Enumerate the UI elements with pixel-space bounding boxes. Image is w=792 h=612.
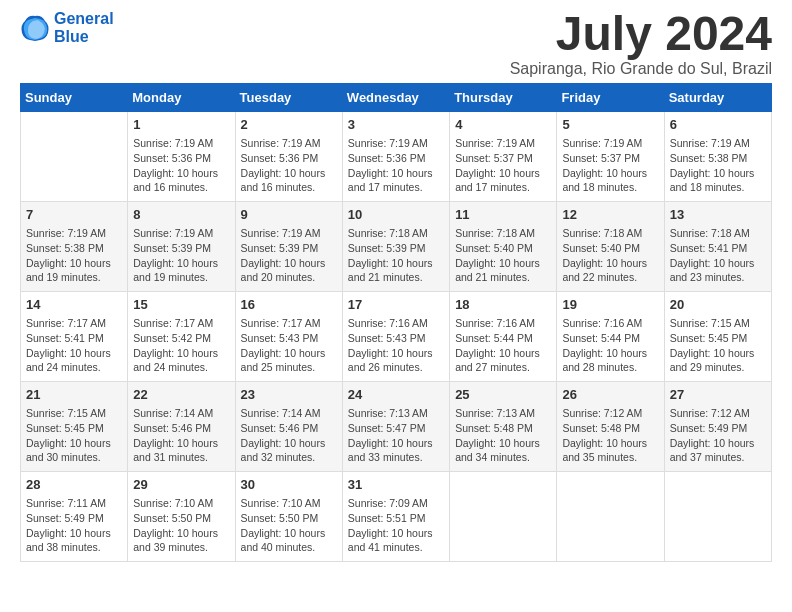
calendar-cell: 20Sunrise: 7:15 AM Sunset: 5:45 PM Dayli… — [664, 292, 771, 382]
calendar-cell — [664, 472, 771, 562]
day-number: 6 — [670, 116, 766, 134]
week-row-4: 21Sunrise: 7:15 AM Sunset: 5:45 PM Dayli… — [21, 382, 772, 472]
calendar-cell: 19Sunrise: 7:16 AM Sunset: 5:44 PM Dayli… — [557, 292, 664, 382]
day-info: Sunrise: 7:10 AM Sunset: 5:50 PM Dayligh… — [133, 496, 229, 555]
day-info: Sunrise: 7:19 AM Sunset: 5:37 PM Dayligh… — [455, 136, 551, 195]
calendar-body: 1Sunrise: 7:19 AM Sunset: 5:36 PM Daylig… — [21, 112, 772, 562]
calendar-cell: 28Sunrise: 7:11 AM Sunset: 5:49 PM Dayli… — [21, 472, 128, 562]
day-number: 26 — [562, 386, 658, 404]
day-info: Sunrise: 7:14 AM Sunset: 5:46 PM Dayligh… — [241, 406, 337, 465]
day-number: 4 — [455, 116, 551, 134]
calendar-cell: 21Sunrise: 7:15 AM Sunset: 5:45 PM Dayli… — [21, 382, 128, 472]
logo-text: General Blue — [54, 10, 114, 45]
day-number: 3 — [348, 116, 444, 134]
calendar-cell: 2Sunrise: 7:19 AM Sunset: 5:36 PM Daylig… — [235, 112, 342, 202]
calendar-cell: 15Sunrise: 7:17 AM Sunset: 5:42 PM Dayli… — [128, 292, 235, 382]
day-number: 7 — [26, 206, 122, 224]
day-number: 9 — [241, 206, 337, 224]
day-info: Sunrise: 7:13 AM Sunset: 5:48 PM Dayligh… — [455, 406, 551, 465]
calendar-cell: 16Sunrise: 7:17 AM Sunset: 5:43 PM Dayli… — [235, 292, 342, 382]
day-info: Sunrise: 7:18 AM Sunset: 5:41 PM Dayligh… — [670, 226, 766, 285]
day-info: Sunrise: 7:12 AM Sunset: 5:48 PM Dayligh… — [562, 406, 658, 465]
calendar-cell: 29Sunrise: 7:10 AM Sunset: 5:50 PM Dayli… — [128, 472, 235, 562]
calendar-cell: 8Sunrise: 7:19 AM Sunset: 5:39 PM Daylig… — [128, 202, 235, 292]
logo-icon — [20, 13, 50, 43]
calendar-cell: 12Sunrise: 7:18 AM Sunset: 5:40 PM Dayli… — [557, 202, 664, 292]
calendar-cell: 14Sunrise: 7:17 AM Sunset: 5:41 PM Dayli… — [21, 292, 128, 382]
calendar-cell: 9Sunrise: 7:19 AM Sunset: 5:39 PM Daylig… — [235, 202, 342, 292]
day-number: 24 — [348, 386, 444, 404]
day-number: 23 — [241, 386, 337, 404]
day-info: Sunrise: 7:17 AM Sunset: 5:42 PM Dayligh… — [133, 316, 229, 375]
calendar-cell: 6Sunrise: 7:19 AM Sunset: 5:38 PM Daylig… — [664, 112, 771, 202]
day-info: Sunrise: 7:14 AM Sunset: 5:46 PM Dayligh… — [133, 406, 229, 465]
day-number: 27 — [670, 386, 766, 404]
page-header: General Blue July 2024 Sapiranga, Rio Gr… — [20, 10, 772, 78]
day-number: 18 — [455, 296, 551, 314]
day-info: Sunrise: 7:17 AM Sunset: 5:43 PM Dayligh… — [241, 316, 337, 375]
day-number: 16 — [241, 296, 337, 314]
day-number: 29 — [133, 476, 229, 494]
week-row-5: 28Sunrise: 7:11 AM Sunset: 5:49 PM Dayli… — [21, 472, 772, 562]
day-info: Sunrise: 7:10 AM Sunset: 5:50 PM Dayligh… — [241, 496, 337, 555]
calendar-cell: 7Sunrise: 7:19 AM Sunset: 5:38 PM Daylig… — [21, 202, 128, 292]
day-number: 1 — [133, 116, 229, 134]
logo: General Blue — [20, 10, 114, 45]
day-number: 10 — [348, 206, 444, 224]
calendar-cell: 18Sunrise: 7:16 AM Sunset: 5:44 PM Dayli… — [450, 292, 557, 382]
col-header-friday: Friday — [557, 84, 664, 112]
calendar-cell — [21, 112, 128, 202]
calendar-cell — [557, 472, 664, 562]
day-number: 5 — [562, 116, 658, 134]
calendar-table: SundayMondayTuesdayWednesdayThursdayFrid… — [20, 83, 772, 562]
calendar-cell: 27Sunrise: 7:12 AM Sunset: 5:49 PM Dayli… — [664, 382, 771, 472]
day-number: 30 — [241, 476, 337, 494]
calendar-cell: 5Sunrise: 7:19 AM Sunset: 5:37 PM Daylig… — [557, 112, 664, 202]
day-info: Sunrise: 7:11 AM Sunset: 5:49 PM Dayligh… — [26, 496, 122, 555]
day-info: Sunrise: 7:19 AM Sunset: 5:36 PM Dayligh… — [241, 136, 337, 195]
day-number: 22 — [133, 386, 229, 404]
day-info: Sunrise: 7:18 AM Sunset: 5:40 PM Dayligh… — [455, 226, 551, 285]
day-info: Sunrise: 7:19 AM Sunset: 5:38 PM Dayligh… — [26, 226, 122, 285]
month-title: July 2024 — [510, 10, 772, 58]
calendar-cell: 22Sunrise: 7:14 AM Sunset: 5:46 PM Dayli… — [128, 382, 235, 472]
day-number: 21 — [26, 386, 122, 404]
col-header-saturday: Saturday — [664, 84, 771, 112]
day-number: 19 — [562, 296, 658, 314]
calendar-cell: 3Sunrise: 7:19 AM Sunset: 5:36 PM Daylig… — [342, 112, 449, 202]
day-info: Sunrise: 7:19 AM Sunset: 5:39 PM Dayligh… — [241, 226, 337, 285]
calendar-cell: 10Sunrise: 7:18 AM Sunset: 5:39 PM Dayli… — [342, 202, 449, 292]
col-header-tuesday: Tuesday — [235, 84, 342, 112]
week-row-1: 1Sunrise: 7:19 AM Sunset: 5:36 PM Daylig… — [21, 112, 772, 202]
day-number: 13 — [670, 206, 766, 224]
day-info: Sunrise: 7:09 AM Sunset: 5:51 PM Dayligh… — [348, 496, 444, 555]
calendar-cell: 30Sunrise: 7:10 AM Sunset: 5:50 PM Dayli… — [235, 472, 342, 562]
day-info: Sunrise: 7:16 AM Sunset: 5:44 PM Dayligh… — [455, 316, 551, 375]
day-number: 2 — [241, 116, 337, 134]
day-number: 11 — [455, 206, 551, 224]
day-info: Sunrise: 7:18 AM Sunset: 5:39 PM Dayligh… — [348, 226, 444, 285]
calendar-cell: 31Sunrise: 7:09 AM Sunset: 5:51 PM Dayli… — [342, 472, 449, 562]
col-header-thursday: Thursday — [450, 84, 557, 112]
calendar-cell: 13Sunrise: 7:18 AM Sunset: 5:41 PM Dayli… — [664, 202, 771, 292]
column-headers: SundayMondayTuesdayWednesdayThursdayFrid… — [21, 84, 772, 112]
day-number: 8 — [133, 206, 229, 224]
day-number: 17 — [348, 296, 444, 314]
calendar-cell: 25Sunrise: 7:13 AM Sunset: 5:48 PM Dayli… — [450, 382, 557, 472]
calendar-cell: 1Sunrise: 7:19 AM Sunset: 5:36 PM Daylig… — [128, 112, 235, 202]
day-number: 12 — [562, 206, 658, 224]
col-header-monday: Monday — [128, 84, 235, 112]
day-number: 20 — [670, 296, 766, 314]
calendar-cell: 4Sunrise: 7:19 AM Sunset: 5:37 PM Daylig… — [450, 112, 557, 202]
day-number: 31 — [348, 476, 444, 494]
title-block: July 2024 Sapiranga, Rio Grande do Sul, … — [510, 10, 772, 78]
col-header-wednesday: Wednesday — [342, 84, 449, 112]
day-info: Sunrise: 7:18 AM Sunset: 5:40 PM Dayligh… — [562, 226, 658, 285]
day-number: 25 — [455, 386, 551, 404]
day-info: Sunrise: 7:19 AM Sunset: 5:37 PM Dayligh… — [562, 136, 658, 195]
calendar-cell: 24Sunrise: 7:13 AM Sunset: 5:47 PM Dayli… — [342, 382, 449, 472]
day-info: Sunrise: 7:16 AM Sunset: 5:44 PM Dayligh… — [562, 316, 658, 375]
calendar-cell: 23Sunrise: 7:14 AM Sunset: 5:46 PM Dayli… — [235, 382, 342, 472]
day-info: Sunrise: 7:13 AM Sunset: 5:47 PM Dayligh… — [348, 406, 444, 465]
day-info: Sunrise: 7:15 AM Sunset: 5:45 PM Dayligh… — [670, 316, 766, 375]
